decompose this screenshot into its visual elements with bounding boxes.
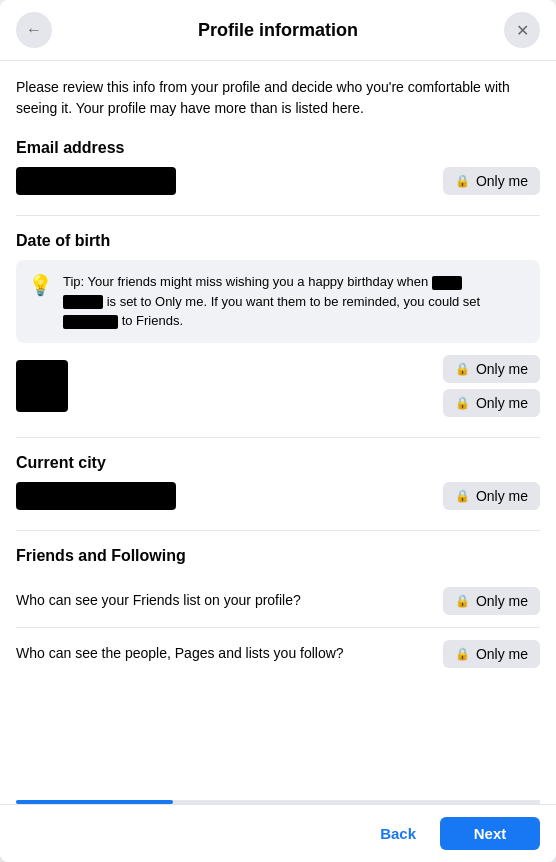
friends-privacy-label-2: Only me — [476, 646, 528, 662]
modal-footer: Back Next — [0, 804, 556, 862]
dob-privacy-button-1[interactable]: 🔒 Only me — [443, 355, 540, 383]
friends-row-1: Who can see your Friends list on your pr… — [16, 575, 540, 628]
tip-redact-1 — [432, 276, 462, 290]
tip-redact-3 — [63, 315, 118, 329]
city-section-title: Current city — [16, 454, 540, 472]
dob-redacted-value — [16, 360, 68, 412]
dob-privacy-button-2[interactable]: 🔒 Only me — [443, 389, 540, 417]
city-redacted-value — [16, 482, 176, 510]
dob-privacy-label-2: Only me — [476, 395, 528, 411]
friends-lock-icon-2: 🔒 — [455, 647, 470, 661]
intro-text: Please review this info from your profil… — [16, 77, 540, 119]
dob-row: 🔒 Only me 🔒 Only me — [16, 355, 540, 417]
dob-privacy-label-1: Only me — [476, 361, 528, 377]
dob-lock-icon-2: 🔒 — [455, 396, 470, 410]
friends-privacy-label-1: Only me — [476, 593, 528, 609]
dob-tip-box: 💡 Tip: Your friends might miss wishing y… — [16, 260, 540, 343]
divider-1 — [16, 215, 540, 216]
back-icon-button[interactable]: ← — [16, 12, 52, 48]
close-button[interactable]: ✕ — [504, 12, 540, 48]
email-privacy-button[interactable]: 🔒 Only me — [443, 167, 540, 195]
next-button[interactable]: Next — [440, 817, 540, 850]
dob-tip-text: Tip: Your friends might miss wishing you… — [63, 272, 528, 331]
email-row: 🔒 Only me — [16, 167, 540, 195]
city-privacy-button[interactable]: 🔒 Only me — [443, 482, 540, 510]
email-redacted-value — [16, 167, 176, 195]
email-lock-icon: 🔒 — [455, 174, 470, 188]
friends-privacy-button-2[interactable]: 🔒 Only me — [443, 640, 540, 668]
tip-lightbulb-icon: 💡 — [28, 273, 53, 297]
friends-section-title: Friends and Following — [16, 547, 540, 565]
modal-body: Please review this info from your profil… — [0, 61, 556, 800]
modal-header: ← Profile information ✕ — [0, 0, 556, 61]
back-button[interactable]: Back — [368, 817, 428, 850]
email-privacy-label: Only me — [476, 173, 528, 189]
dob-section: Date of birth 💡 Tip: Your friends might … — [16, 232, 540, 417]
divider-3 — [16, 530, 540, 531]
back-arrow-icon: ← — [26, 21, 42, 39]
friends-section: Friends and Following Who can see your F… — [16, 547, 540, 680]
dob-buttons: 🔒 Only me 🔒 Only me — [443, 355, 540, 417]
city-section: Current city 🔒 Only me — [16, 454, 540, 510]
dob-lock-icon-1: 🔒 — [455, 362, 470, 376]
divider-2 — [16, 437, 540, 438]
city-lock-icon: 🔒 — [455, 489, 470, 503]
email-section-title: Email address — [16, 139, 540, 157]
city-privacy-label: Only me — [476, 488, 528, 504]
close-icon: ✕ — [516, 21, 529, 40]
dob-section-title: Date of birth — [16, 232, 540, 250]
modal-container: ← Profile information ✕ Please review th… — [0, 0, 556, 862]
friends-row-1-text: Who can see your Friends list on your pr… — [16, 591, 443, 611]
friends-row-2: Who can see the people, Pages and lists … — [16, 628, 540, 680]
email-section: Email address 🔒 Only me — [16, 139, 540, 195]
friends-row-2-text: Who can see the people, Pages and lists … — [16, 644, 443, 664]
friends-lock-icon-1: 🔒 — [455, 594, 470, 608]
tip-redact-2 — [63, 295, 103, 309]
modal-title: Profile information — [198, 20, 358, 41]
friends-privacy-button-1[interactable]: 🔒 Only me — [443, 587, 540, 615]
city-row: 🔒 Only me — [16, 482, 540, 510]
